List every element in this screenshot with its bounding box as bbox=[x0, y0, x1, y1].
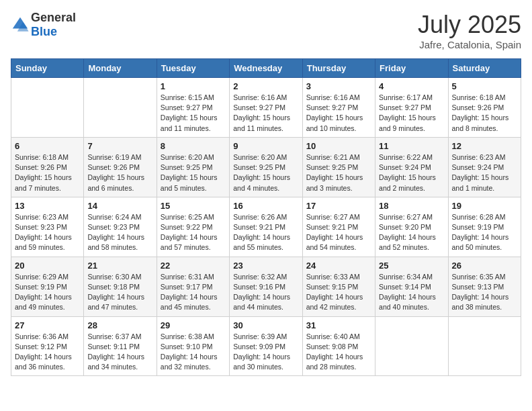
day-info-line: Sunrise: 6:33 AM bbox=[306, 273, 360, 281]
day-number: 24 bbox=[306, 261, 371, 271]
day-number: 11 bbox=[379, 141, 444, 151]
day-info-line: Sunset: 9:27 PM bbox=[379, 103, 431, 111]
day-info-line: Daylight: 15 hours and 3 minutes. bbox=[306, 173, 363, 191]
day-info-line: Daylight: 14 hours and 57 minutes. bbox=[161, 233, 218, 251]
day-info-line: Daylight: 15 hours and 10 minutes. bbox=[306, 113, 363, 132]
day-info: Sunrise: 6:16 AMSunset: 9:27 PMDaylight:… bbox=[306, 93, 371, 134]
calendar-cell: 15Sunrise: 6:25 AMSunset: 9:22 PMDayligh… bbox=[157, 197, 229, 257]
day-info-line: Daylight: 15 hours and 4 minutes. bbox=[233, 173, 290, 191]
calendar-cell: 22Sunrise: 6:31 AMSunset: 9:17 PMDayligh… bbox=[157, 257, 229, 316]
calendar-cell: 25Sunrise: 6:34 AMSunset: 9:14 PMDayligh… bbox=[375, 257, 448, 316]
day-info: Sunrise: 6:17 AMSunset: 9:27 PMDaylight:… bbox=[379, 93, 444, 134]
day-info-line: Sunrise: 6:39 AM bbox=[233, 332, 287, 340]
day-info-line: Daylight: 14 hours and 36 minutes. bbox=[15, 353, 72, 371]
day-info: Sunrise: 6:23 AMSunset: 9:24 PMDaylight:… bbox=[452, 152, 517, 193]
day-number: 5 bbox=[452, 81, 517, 91]
calendar-cell: 30Sunrise: 6:39 AMSunset: 9:09 PMDayligh… bbox=[230, 316, 302, 376]
logo-icon bbox=[11, 15, 30, 34]
page-header: General Blue July 2025 Jafre, Catalonia,… bbox=[11, 11, 521, 50]
day-info: Sunrise: 6:34 AMSunset: 9:14 PMDaylight:… bbox=[379, 272, 444, 313]
calendar-cell: 29Sunrise: 6:38 AMSunset: 9:10 PMDayligh… bbox=[157, 316, 229, 376]
day-info-line: Sunrise: 6:20 AM bbox=[233, 153, 287, 161]
day-info-line: Sunset: 9:26 PM bbox=[87, 163, 140, 171]
day-number: 15 bbox=[161, 201, 226, 211]
day-info-line: Sunrise: 6:22 AM bbox=[379, 153, 433, 161]
day-info: Sunrise: 6:22 AMSunset: 9:24 PMDaylight:… bbox=[379, 152, 444, 193]
calendar-cell: 16Sunrise: 6:26 AMSunset: 9:21 PMDayligh… bbox=[230, 197, 302, 257]
day-info: Sunrise: 6:24 AMSunset: 9:23 PMDaylight:… bbox=[87, 212, 152, 253]
day-info-line: Sunset: 9:12 PM bbox=[15, 342, 67, 351]
day-info-line: Daylight: 14 hours and 52 minutes. bbox=[379, 233, 436, 251]
day-info-line: Sunset: 9:25 PM bbox=[233, 163, 285, 171]
calendar-cell bbox=[448, 316, 521, 376]
calendar-cell: 6Sunrise: 6:18 AMSunset: 9:26 PMDaylight… bbox=[11, 137, 84, 197]
day-info-line: Daylight: 14 hours and 58 minutes. bbox=[87, 233, 144, 251]
day-info: Sunrise: 6:33 AMSunset: 9:15 PMDaylight:… bbox=[306, 272, 371, 313]
month-title: July 2025 bbox=[418, 11, 521, 39]
day-info-line: Sunrise: 6:23 AM bbox=[452, 153, 506, 161]
calendar-cell bbox=[11, 78, 84, 138]
calendar-week-row: 13Sunrise: 6:23 AMSunset: 9:23 PMDayligh… bbox=[11, 197, 521, 257]
day-number: 28 bbox=[87, 320, 152, 330]
day-info-line: Sunset: 9:21 PM bbox=[306, 223, 359, 231]
day-info-line: Sunset: 9:25 PM bbox=[161, 163, 213, 171]
day-info: Sunrise: 6:23 AMSunset: 9:23 PMDaylight:… bbox=[15, 212, 80, 253]
calendar-week-row: 27Sunrise: 6:36 AMSunset: 9:12 PMDayligh… bbox=[11, 316, 521, 376]
day-info-line: Sunset: 9:21 PM bbox=[233, 223, 285, 231]
day-info: Sunrise: 6:31 AMSunset: 9:17 PMDaylight:… bbox=[161, 272, 226, 313]
day-info-line: Sunset: 9:17 PM bbox=[161, 283, 213, 291]
calendar-cell: 8Sunrise: 6:20 AMSunset: 9:25 PMDaylight… bbox=[157, 137, 229, 197]
day-info-line: Sunrise: 6:20 AM bbox=[161, 153, 214, 161]
day-info-line: Sunrise: 6:40 AM bbox=[306, 332, 360, 340]
day-number: 30 bbox=[233, 320, 298, 330]
day-info-line: Daylight: 15 hours and 8 minutes. bbox=[452, 113, 509, 132]
logo: General Blue bbox=[11, 11, 76, 39]
day-info-line: Daylight: 14 hours and 47 minutes. bbox=[87, 293, 144, 311]
weekday-header-row: SundayMondayTuesdayWednesdayThursdayFrid… bbox=[11, 59, 521, 78]
calendar-cell: 2Sunrise: 6:16 AMSunset: 9:27 PMDaylight… bbox=[230, 78, 302, 138]
day-info-line: Daylight: 15 hours and 7 minutes. bbox=[15, 173, 72, 191]
day-number: 21 bbox=[87, 261, 152, 271]
day-info: Sunrise: 6:20 AMSunset: 9:25 PMDaylight:… bbox=[161, 152, 226, 193]
calendar-cell: 27Sunrise: 6:36 AMSunset: 9:12 PMDayligh… bbox=[11, 316, 84, 376]
day-info-line: Sunrise: 6:15 AM bbox=[161, 93, 214, 101]
day-info-line: Sunset: 9:18 PM bbox=[87, 283, 140, 291]
day-info-line: Daylight: 14 hours and 34 minutes. bbox=[87, 353, 144, 371]
day-number: 18 bbox=[379, 201, 444, 211]
calendar-cell: 21Sunrise: 6:30 AMSunset: 9:18 PMDayligh… bbox=[84, 257, 157, 316]
day-info: Sunrise: 6:38 AMSunset: 9:10 PMDaylight:… bbox=[161, 332, 226, 373]
day-info: Sunrise: 6:37 AMSunset: 9:11 PMDaylight:… bbox=[87, 332, 152, 373]
day-number: 19 bbox=[452, 201, 517, 211]
day-info-line: Sunset: 9:23 PM bbox=[15, 223, 67, 231]
weekday-header-wednesday: Wednesday bbox=[230, 59, 302, 78]
day-info-line: Daylight: 15 hours and 1 minute. bbox=[452, 173, 509, 191]
weekday-header-tuesday: Tuesday bbox=[157, 59, 229, 78]
day-number: 13 bbox=[15, 201, 80, 211]
day-info-line: Daylight: 14 hours and 44 minutes. bbox=[233, 293, 290, 311]
day-info-line: Sunset: 9:27 PM bbox=[306, 103, 359, 111]
weekday-header-monday: Monday bbox=[84, 59, 157, 78]
day-info-line: Daylight: 14 hours and 59 minutes. bbox=[15, 233, 72, 251]
day-info: Sunrise: 6:36 AMSunset: 9:12 PMDaylight:… bbox=[15, 332, 80, 373]
calendar-cell: 9Sunrise: 6:20 AMSunset: 9:25 PMDaylight… bbox=[230, 137, 302, 197]
calendar-cell: 18Sunrise: 6:27 AMSunset: 9:20 PMDayligh… bbox=[375, 197, 448, 257]
day-info-line: Daylight: 14 hours and 54 minutes. bbox=[306, 233, 363, 251]
day-info-line: Sunrise: 6:25 AM bbox=[161, 213, 214, 221]
day-info-line: Sunrise: 6:26 AM bbox=[233, 213, 287, 221]
weekday-header-sunday: Sunday bbox=[11, 59, 84, 78]
calendar-week-row: 1Sunrise: 6:15 AMSunset: 9:27 PMDaylight… bbox=[11, 78, 521, 138]
day-info-line: Sunset: 9:27 PM bbox=[233, 103, 285, 111]
calendar-cell: 3Sunrise: 6:16 AMSunset: 9:27 PMDaylight… bbox=[302, 78, 375, 138]
title-block: July 2025 Jafre, Catalonia, Spain bbox=[418, 11, 521, 50]
calendar-cell: 12Sunrise: 6:23 AMSunset: 9:24 PMDayligh… bbox=[448, 137, 521, 197]
day-info: Sunrise: 6:15 AMSunset: 9:27 PMDaylight:… bbox=[161, 93, 226, 134]
calendar-cell: 11Sunrise: 6:22 AMSunset: 9:24 PMDayligh… bbox=[375, 137, 448, 197]
calendar-cell: 7Sunrise: 6:19 AMSunset: 9:26 PMDaylight… bbox=[84, 137, 157, 197]
day-number: 26 bbox=[452, 261, 517, 271]
day-info-line: Sunset: 9:08 PM bbox=[306, 342, 359, 351]
day-info-line: Sunset: 9:15 PM bbox=[306, 283, 359, 291]
day-info-line: Sunrise: 6:36 AM bbox=[15, 332, 69, 340]
day-info-line: Sunrise: 6:35 AM bbox=[452, 273, 506, 281]
day-info-line: Sunrise: 6:27 AM bbox=[379, 213, 433, 221]
day-info: Sunrise: 6:30 AMSunset: 9:18 PMDaylight:… bbox=[87, 272, 152, 313]
